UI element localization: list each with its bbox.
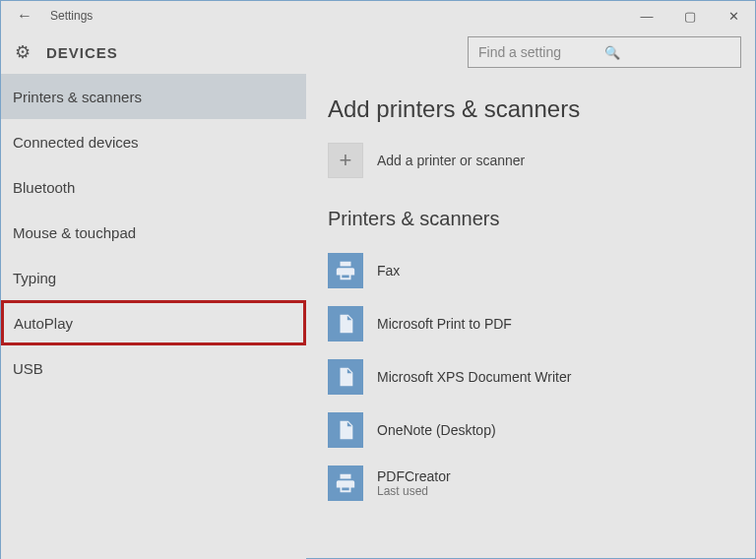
sidebar-item-label: Typing [13,270,56,286]
sidebar-item-mouse-touchpad[interactable]: Mouse & touchpad [1,210,306,255]
add-printer-label: Add a printer or scanner [377,153,525,168]
device-name: Microsoft XPS Document Writer [377,369,571,385]
sidebar-item-printers-scanners[interactable]: Printers & scanners [1,74,306,119]
section-list-title: Printers & scanners [328,208,741,230]
device-row[interactable]: PDFCreatorLast used [328,457,741,510]
settings-window: ← Settings ⚙ DEVICES Find a setting 🔍 Pr… [0,0,756,559]
sidebar-item-autoplay[interactable]: AutoPlay [1,300,306,345]
device-row[interactable]: Fax [328,244,741,297]
device-name: PDFCreator [377,468,451,484]
sidebar-item-label: Printers & scanners [13,89,142,105]
gear-icon: ⚙ [15,41,31,63]
sidebar-item-bluetooth[interactable]: Bluetooth [1,164,306,210]
add-printer-row[interactable]: + Add a printer or scanner [328,143,741,178]
device-subtext: Last used [377,484,451,498]
document-icon [328,359,363,395]
printer-icon [328,253,363,288]
page-title: DEVICES [46,44,118,61]
search-input[interactable]: Find a setting 🔍 [468,36,741,68]
sidebar-item-connected-devices[interactable]: Connected devices [1,119,306,164]
search-icon: 🔍 [604,45,730,60]
device-text: PDFCreatorLast used [377,468,451,498]
sidebar-item-typing[interactable]: Typing [1,255,306,300]
main-panel: Add printers & scanners + Add a printer … [306,74,755,559]
document-icon [328,412,363,448]
search-wrap: Find a setting 🔍 [468,36,741,68]
sidebar-item-usb[interactable]: USB [1,345,306,391]
printer-icon [328,466,363,501]
device-name: Fax [377,263,400,279]
device-row[interactable]: OneNote (Desktop) [328,404,741,457]
device-list: FaxMicrosoft Print to PDFMicrosoft XPS D… [328,244,741,510]
device-text: Microsoft XPS Document Writer [377,369,571,385]
device-text: OneNote (Desktop) [377,422,496,438]
device-row[interactable]: Microsoft Print to PDF [328,297,741,350]
body: Printers & scannersConnected devicesBlue… [1,74,755,559]
header-row: ⚙ DEVICES Find a setting 🔍 [1,31,755,74]
maximize-button[interactable] [668,1,712,31]
sidebar-item-label: Connected devices [13,134,139,151]
plus-icon: + [328,143,363,178]
device-name: Microsoft Print to PDF [377,316,512,332]
section-add-title: Add printers & scanners [328,95,741,123]
back-button[interactable]: ← [13,7,36,25]
device-text: Fax [377,263,400,279]
title-bar: ← Settings [1,1,755,31]
device-text: Microsoft Print to PDF [377,316,512,332]
document-icon [328,306,363,342]
sidebar-item-label: Bluetooth [13,179,75,196]
sidebar-item-label: AutoPlay [14,315,73,332]
sidebar-item-label: USB [13,360,43,377]
device-row[interactable]: Microsoft XPS Document Writer [328,350,741,404]
sidebar-item-label: Mouse & touchpad [13,224,136,241]
sidebar: Printers & scannersConnected devicesBlue… [1,74,306,559]
minimize-button[interactable] [625,1,668,31]
close-button[interactable] [712,1,755,31]
search-placeholder: Find a setting [478,44,604,60]
device-name: OneNote (Desktop) [377,422,496,438]
window-title: Settings [50,9,93,23]
window-controls [625,1,755,31]
